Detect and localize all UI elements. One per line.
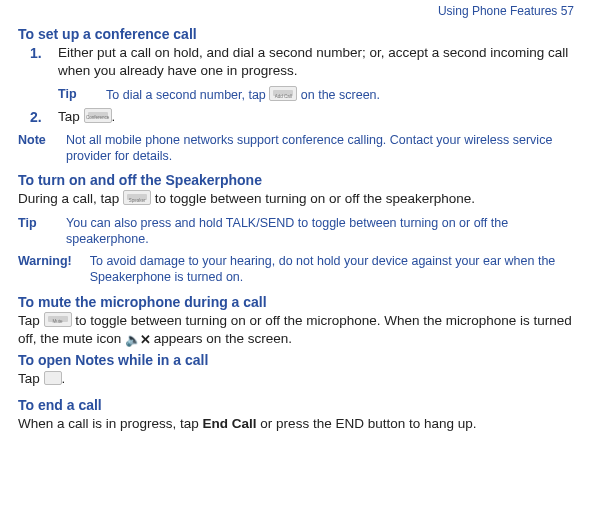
step-2: 2. Tap Conference. bbox=[18, 108, 574, 126]
note-label: Note bbox=[18, 132, 48, 165]
step-1: 1. Either put a call on hold, and dial a… bbox=[18, 44, 574, 104]
notes-body: Tap . bbox=[18, 370, 574, 388]
mute-mid: to toggle between turning on or off the … bbox=[18, 313, 572, 346]
warning-body: To avoid damage to your hearing, do not … bbox=[90, 253, 574, 286]
notes-post: . bbox=[62, 371, 66, 386]
step-text: Either put a call on hold, and dial a se… bbox=[58, 45, 568, 78]
note-callout: Note Not all mobile phone networks suppo… bbox=[18, 132, 574, 165]
end-call-label: End Call bbox=[203, 416, 257, 431]
step-number: 1. bbox=[30, 44, 42, 63]
mute-pre: Tap bbox=[18, 313, 44, 328]
speaker-icon: Speaker bbox=[123, 190, 151, 205]
sp-pre: During a call, tap bbox=[18, 191, 123, 206]
tip-callout-speaker: Tip You can also press and hold TALK/SEN… bbox=[18, 215, 574, 248]
step-text: Tap Conference. bbox=[58, 109, 115, 124]
page-header: Using Phone Features 57 bbox=[18, 4, 574, 18]
notes-pre: Tap bbox=[18, 371, 44, 386]
end-post: or press the END button to hang up. bbox=[257, 416, 477, 431]
document-page: Using Phone Features 57 To set up a conf… bbox=[0, 0, 592, 443]
add-call-icon: Add Call bbox=[269, 86, 297, 101]
tip-text-pre: To dial a second number, tap bbox=[106, 88, 269, 102]
tip-text-post: on the screen. bbox=[297, 88, 380, 102]
steps-list: 1. Either put a call on hold, and dial a… bbox=[18, 44, 574, 126]
conference-icon: Conference bbox=[84, 108, 112, 123]
end-pre: When a call is in progress, tap bbox=[18, 416, 203, 431]
section-title-endcall: To end a call bbox=[18, 397, 574, 413]
sp-post: to toggle between turning on or off the … bbox=[151, 191, 475, 206]
step2-pre: Tap bbox=[58, 109, 84, 124]
section-title-conference: To set up a conference call bbox=[18, 26, 574, 42]
speakerphone-body: During a call, tap Speaker to toggle bet… bbox=[18, 190, 574, 208]
endcall-body: When a call is in progress, tap End Call… bbox=[18, 415, 574, 433]
tip-body: You can also press and hold TALK/SEND to… bbox=[66, 215, 574, 248]
section-title-notes: To open Notes while in a call bbox=[18, 352, 574, 368]
tip-callout: Tip To dial a second number, tap Add Cal… bbox=[58, 86, 574, 103]
warning-callout: Warning! To avoid damage to your hearing… bbox=[18, 253, 574, 286]
warning-label: Warning! bbox=[18, 253, 72, 286]
tip-label: Tip bbox=[58, 86, 88, 103]
section-title-speakerphone: To turn on and off the Speakerphone bbox=[18, 172, 574, 188]
step2-post: . bbox=[112, 109, 116, 124]
mute-status-icon: 🔈✕ bbox=[125, 331, 150, 349]
mute-post: appears on the screen. bbox=[150, 331, 292, 346]
mute-button-icon: Mute bbox=[44, 312, 72, 327]
tip-label: Tip bbox=[18, 215, 48, 248]
section-title-mute: To mute the microphone during a call bbox=[18, 294, 574, 310]
note-body: Not all mobile phone networks support co… bbox=[66, 132, 574, 165]
mute-body: Tap Mute to toggle between turning on or… bbox=[18, 312, 574, 349]
notes-icon bbox=[44, 371, 62, 385]
step-number: 2. bbox=[30, 108, 42, 127]
tip-body: To dial a second number, tap Add Call on… bbox=[106, 86, 380, 103]
